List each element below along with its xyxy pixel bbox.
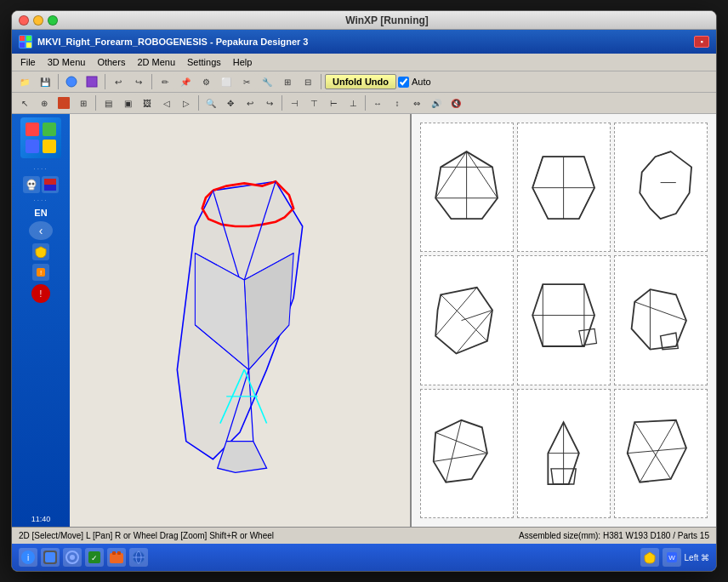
tb2-redo[interactable]: ↪ xyxy=(260,94,279,111)
xp-titlebar: MKVI_Right_Forearm_ROBOGENESIS - Pepakur… xyxy=(12,30,716,54)
cell8-svg xyxy=(522,396,605,511)
menu-file[interactable]: File xyxy=(15,55,41,69)
mac-maximize-button[interactable] xyxy=(48,15,58,26)
unfold-undo-button[interactable]: Unfold Undo xyxy=(325,74,396,89)
sidebar-time: 11:40 xyxy=(31,515,51,523)
tb2-color[interactable] xyxy=(54,94,73,111)
toolbar-open[interactable]: 📁 xyxy=(15,73,34,90)
sidebar-alert-icon[interactable]: ! xyxy=(31,284,50,303)
auto-checkbox-input[interactable] xyxy=(398,77,409,88)
toolbar-pin[interactable]: 📌 xyxy=(176,73,195,90)
toolbar-tool2[interactable]: 🔧 xyxy=(258,73,276,90)
tb2-move[interactable]: ✥ xyxy=(221,94,240,111)
toolbar-rotate-left[interactable]: ↩ xyxy=(109,73,128,90)
xp-title-icon xyxy=(19,35,32,48)
toolbar-cut[interactable]: ✂ xyxy=(237,73,256,90)
svg-text:W: W xyxy=(668,554,675,562)
paper-cell-8 xyxy=(517,389,611,518)
tb2-align3[interactable]: ⊢ xyxy=(324,94,343,111)
toolbar-tool1[interactable]: ⚙ xyxy=(196,73,215,90)
menu-3dmenu[interactable]: 3D Menu xyxy=(43,55,91,69)
tb2-box2[interactable]: ▣ xyxy=(118,94,137,111)
3d-model-svg xyxy=(70,114,410,527)
toolbar-pencil[interactable]: ✏ xyxy=(156,73,174,90)
sidebar-warning-icon[interactable]: ! xyxy=(32,264,49,281)
menu-settings[interactable]: Settings xyxy=(182,55,226,69)
tb2-view2[interactable]: ↕ xyxy=(388,94,407,111)
svg-marker-65 xyxy=(434,420,487,482)
svg-rect-3 xyxy=(26,43,31,48)
tb2-back[interactable]: ◁ xyxy=(157,94,176,111)
svg-line-46 xyxy=(579,187,594,218)
svg-line-66 xyxy=(436,433,488,454)
status-bar: 2D [Select/Move] L [Pan] R or Wheel Drag… xyxy=(12,527,716,544)
start-button[interactable] xyxy=(20,117,61,158)
cell9-svg xyxy=(619,396,702,511)
tb2-undo[interactable]: ↩ xyxy=(241,94,259,111)
svg-text:!: ! xyxy=(40,269,42,277)
svg-point-14 xyxy=(32,183,35,185)
sidebar-dots-1: ···· xyxy=(34,165,48,173)
xp-close-button[interactable]: ▪ xyxy=(694,36,709,48)
taskbar-tray-2[interactable]: W xyxy=(663,548,681,567)
toolbar-sep3 xyxy=(151,74,152,89)
sidebar-icon-row-1 xyxy=(14,176,68,193)
toolbar-rotate-right[interactable]: ↪ xyxy=(129,73,148,90)
tb2-view1[interactable]: ↔ xyxy=(368,94,387,111)
svg-marker-47 xyxy=(640,151,692,219)
toolbar-3d[interactable] xyxy=(62,73,81,90)
toolbar-box[interactable] xyxy=(82,73,101,90)
status-left: 2D [Select/Move] L [Pan] R or Wheel Drag… xyxy=(19,531,274,540)
taskbar-icon-3[interactable] xyxy=(63,548,82,567)
tb2-zoom[interactable]: 🔍 xyxy=(202,94,220,111)
menu-help[interactable]: Help xyxy=(228,55,258,69)
mac-window: WinXP [Running] MKVI_Right_Forearm_ROBOG… xyxy=(11,10,717,572)
svg-rect-15 xyxy=(44,179,56,185)
toolbar-tool3[interactable]: ⊞ xyxy=(278,73,297,90)
tb2-cursor[interactable]: ⊕ xyxy=(35,94,54,111)
menu-2dmenu[interactable]: 2D Menu xyxy=(132,55,180,69)
svg-rect-7 xyxy=(26,123,39,136)
sidebar-back-button[interactable]: ‹ xyxy=(29,221,53,240)
taskbar-icon-4[interactable]: ✓ xyxy=(85,548,104,567)
tb2-grid[interactable]: ⊞ xyxy=(74,94,93,111)
menu-others[interactable]: Others xyxy=(92,55,130,69)
toolbar-sep4 xyxy=(321,74,321,89)
taskbar-text: Left ⌘ xyxy=(685,553,709,562)
svg-rect-87 xyxy=(117,551,121,555)
tb2-align2[interactable]: ⊤ xyxy=(304,94,323,111)
tb2-image[interactable]: 🖼 xyxy=(138,94,156,111)
svg-line-52 xyxy=(441,294,488,341)
taskbar-icon-2[interactable] xyxy=(41,548,60,567)
3d-view[interactable] xyxy=(70,114,410,527)
tb2-align1[interactable]: ⊣ xyxy=(285,94,304,111)
tb2-layers[interactable]: ▤ xyxy=(99,94,117,111)
tb2-mute[interactable]: 🔇 xyxy=(446,94,465,111)
mac-close-button[interactable] xyxy=(19,15,29,26)
tb2-view3[interactable]: ⇔ xyxy=(407,94,426,111)
tb2-speaker[interactable]: 🔊 xyxy=(427,94,446,111)
tb2-align4[interactable]: ⊥ xyxy=(344,94,362,111)
taskbar-icon-globe[interactable] xyxy=(129,548,148,567)
toolbar-select[interactable]: ⬜ xyxy=(217,73,236,90)
taskbar-tray-1[interactable] xyxy=(640,548,659,567)
mac-minimize-button[interactable] xyxy=(33,15,43,26)
cell6-svg xyxy=(619,263,702,378)
mac-title: WinXP [Running] xyxy=(65,14,709,26)
sidebar-shield-icon[interactable] xyxy=(32,243,49,260)
tb2-sep3 xyxy=(282,95,282,111)
tb2-select[interactable]: ↖ xyxy=(15,94,34,111)
taskbar-icon-5[interactable] xyxy=(107,548,126,567)
toolbar-sep1 xyxy=(58,74,59,89)
cell3-svg xyxy=(619,130,702,245)
svg-rect-2 xyxy=(20,43,25,48)
sidebar-icon-skull[interactable] xyxy=(23,176,40,193)
toolbar-save[interactable]: 💾 xyxy=(36,73,54,90)
taskbar-icon-1[interactable]: i xyxy=(19,548,37,567)
svg-rect-12 xyxy=(29,187,34,190)
svg-text:✓: ✓ xyxy=(91,554,98,562)
auto-checkbox[interactable]: Auto xyxy=(398,77,431,88)
sidebar-icon-flag[interactable] xyxy=(42,176,59,193)
tb2-fwd[interactable]: ▷ xyxy=(177,94,196,111)
toolbar-tool4[interactable]: ⊟ xyxy=(299,73,317,90)
